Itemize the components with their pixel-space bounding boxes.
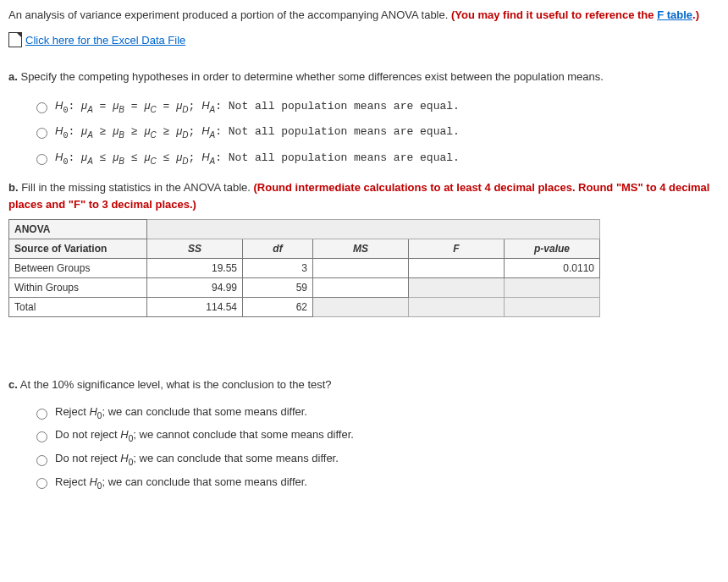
part-a-options: H0: μA = μB = μC = μD; HA: Not all popul… — [32, 97, 720, 168]
col-f: F — [409, 239, 505, 259]
cell-df: 59 — [243, 278, 313, 298]
option-text: Do not reject H0; we cannot conclude tha… — [55, 426, 354, 445]
option-row: H0: μA ≤ μB ≤ μC ≤ μD; HA: Not all popul… — [32, 149, 720, 168]
radio-option-c2[interactable] — [36, 431, 47, 442]
excel-data-link[interactable]: Click here for the Excel Data File — [25, 32, 185, 49]
part-b-label: b. — [8, 181, 19, 194]
radio-option-c4[interactable] — [36, 478, 47, 489]
cell-ms-blank — [313, 298, 409, 317]
cell-ss: 114.54 — [147, 298, 243, 317]
cell-ss: 94.99 — [147, 278, 243, 298]
cell-df: 3 — [243, 259, 313, 278]
cell-df: 62 — [243, 298, 313, 317]
anova-title-spacer — [147, 220, 600, 239]
radio-option-c1[interactable] — [36, 409, 47, 420]
cell-ms-input[interactable] — [313, 278, 409, 298]
cell-f-blank — [409, 298, 505, 317]
option-text: Reject H0; we can conclude that some mea… — [55, 404, 307, 422]
radio-option-c3[interactable] — [36, 455, 47, 466]
cell-p-blank — [505, 278, 600, 298]
option-row: Do not reject H0; we can conclude that s… — [32, 450, 720, 469]
excel-link-row: Click here for the Excel Data File — [8, 32, 185, 49]
part-a-text: Specify the competing hypotheses in orde… — [18, 70, 604, 83]
option-text: H0: μA ≤ μB ≤ μC ≤ μD; HA: Not all popul… — [55, 149, 460, 168]
intro-text: An analysis of variance experiment produ… — [8, 8, 451, 21]
row-label: Total — [9, 298, 147, 317]
option-text: H0: μA ≥ μB ≥ μC ≥ μD; HA: Not all popul… — [55, 123, 460, 142]
part-c-label: c. — [8, 378, 18, 391]
row-label: Between Groups — [9, 259, 147, 278]
part-c-options: Reject H0; we can conclude that some mea… — [32, 404, 720, 491]
option-row: Reject H0; we can conclude that some mea… — [32, 474, 720, 492]
anova-row-between: Between Groups 19.55 3 0.0110 — [9, 259, 600, 278]
option-text: H0: μA = μB = μC = μD; HA: Not all popul… — [55, 97, 460, 117]
option-text: Reject H0; we can conclude that some mea… — [55, 474, 307, 492]
f-table-link[interactable]: F table — [657, 8, 692, 21]
col-pvalue: p-value — [505, 239, 600, 259]
cell-f-input[interactable] — [409, 259, 505, 278]
excel-file-icon — [8, 32, 22, 47]
option-row: Reject H0; we can conclude that some mea… — [32, 404, 720, 422]
cell-p-blank — [505, 298, 600, 317]
cell-ss: 19.55 — [147, 259, 243, 278]
part-a-label: a. — [8, 70, 18, 83]
part-c-text: At the 10% significance level, what is t… — [18, 378, 332, 391]
intro-red: (You may find it useful to reference the… — [451, 8, 699, 21]
part-b: b. Fill in the missing statistics in the… — [8, 179, 720, 212]
intro-paragraph: An analysis of variance experiment produ… — [8, 7, 720, 24]
anova-table: ANOVA Source of Variation SS df MS F p-v… — [8, 219, 600, 317]
option-row: Do not reject H0; we cannot conclude tha… — [32, 426, 720, 445]
cell-f-blank — [409, 278, 505, 298]
anova-header-row: Source of Variation SS df MS F p-value — [9, 239, 600, 259]
col-df: df — [243, 239, 313, 259]
row-label: Within Groups — [9, 278, 147, 298]
part-a: a. Specify the competing hypotheses in o… — [8, 69, 720, 85]
col-ms: MS — [313, 239, 409, 259]
anova-row-total: Total 114.54 62 — [9, 298, 600, 317]
option-text: Do not reject H0; we can conclude that s… — [55, 450, 339, 469]
option-row: H0: μA ≥ μB ≥ μC ≥ μD; HA: Not all popul… — [32, 123, 720, 142]
part-b-text: Fill in the missing statistics in the AN… — [19, 181, 254, 194]
part-c: c. At the 10% significance level, what i… — [8, 376, 720, 393]
anova-title: ANOVA — [9, 220, 147, 239]
radio-option-a1[interactable] — [36, 102, 47, 113]
radio-option-a3[interactable] — [36, 154, 47, 165]
col-ss: SS — [147, 239, 243, 259]
anova-row-within: Within Groups 94.99 59 — [9, 278, 600, 298]
option-row: H0: μA = μB = μC = μD; HA: Not all popul… — [32, 97, 720, 117]
radio-option-a2[interactable] — [36, 128, 47, 139]
col-source: Source of Variation — [9, 239, 147, 259]
cell-ms-input[interactable] — [313, 259, 409, 278]
cell-p: 0.0110 — [505, 259, 600, 278]
